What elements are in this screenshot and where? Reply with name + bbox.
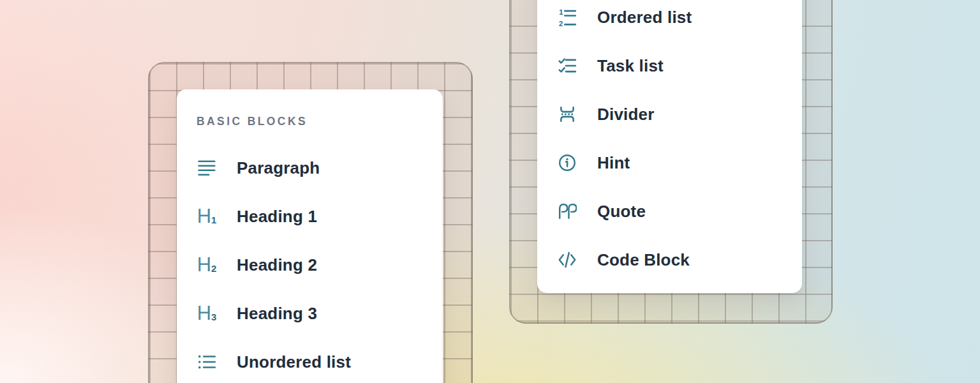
svg-text:1: 1: [559, 8, 563, 16]
heading-3-icon: H3: [197, 303, 217, 324]
menu-item-divider[interactable]: Divider: [537, 90, 802, 139]
menu-item-label: Ordered list: [597, 8, 692, 27]
heading-2-icon: H2: [197, 255, 217, 275]
svg-text:2: 2: [559, 20, 563, 27]
divider-icon: [557, 104, 577, 124]
basic-blocks-menu: BASIC BLOCKS Paragraph H1 Heading 1 H2 H…: [177, 89, 443, 383]
menu-item-label: Divider: [597, 105, 655, 124]
hint-icon: [557, 153, 577, 173]
menu-item-label: Hint: [597, 153, 630, 173]
menu-item-heading-1[interactable]: H1 Heading 1: [177, 192, 443, 241]
menu-item-heading-2[interactable]: H2 Heading 2: [177, 241, 443, 289]
menu-item-label: Heading 2: [237, 255, 317, 275]
paragraph-icon: [197, 158, 217, 178]
menu-item-task-list[interactable]: Task list: [537, 41, 802, 90]
menu-item-unordered-list[interactable]: Unordered list: [177, 338, 443, 383]
menu-item-label: Code Block: [597, 250, 690, 270]
menu-item-label: Task list: [597, 56, 664, 76]
menu-item-heading-3[interactable]: H3 Heading 3: [177, 289, 443, 338]
menu-item-code-block[interactable]: Code Block: [537, 236, 802, 284]
quote-icon: [557, 201, 577, 222]
menu-item-quote[interactable]: Quote: [537, 187, 802, 236]
ordered-list-icon: 1 2: [557, 7, 577, 27]
menu-section-header: BASIC BLOCKS: [177, 89, 443, 144]
blocks-menu-continued: 1 2 Ordered list Task list: [537, 0, 802, 293]
menu-item-label: Heading 1: [237, 207, 317, 227]
unordered-list-icon: [197, 352, 217, 372]
code-block-icon: [557, 250, 577, 270]
menu-item-label: Paragraph: [237, 158, 320, 178]
menu-item-paragraph[interactable]: Paragraph: [177, 144, 443, 192]
menu-item-label: Quote: [597, 202, 646, 222]
menu-item-hint[interactable]: Hint: [537, 139, 802, 187]
task-list-icon: [557, 56, 577, 76]
editor-insert-menu-illustration: BASIC BLOCKS Paragraph H1 Heading 1 H2 H…: [0, 0, 980, 383]
heading-1-icon: H1: [197, 206, 217, 227]
menu-item-ordered-list[interactable]: 1 2 Ordered list: [537, 0, 802, 41]
menu-item-label: Heading 3: [237, 304, 317, 324]
menu-item-label: Unordered list: [237, 352, 351, 372]
